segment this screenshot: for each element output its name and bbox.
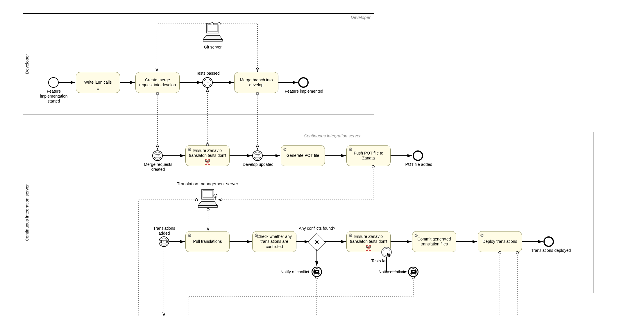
envelope-icon: [161, 240, 167, 243]
envelope-icon: [205, 81, 210, 84]
envelope-icon: [155, 154, 160, 157]
envelope-dark-icon: [411, 270, 416, 274]
envelope-icon: [255, 154, 260, 157]
envelope-dark-icon: [314, 270, 319, 274]
